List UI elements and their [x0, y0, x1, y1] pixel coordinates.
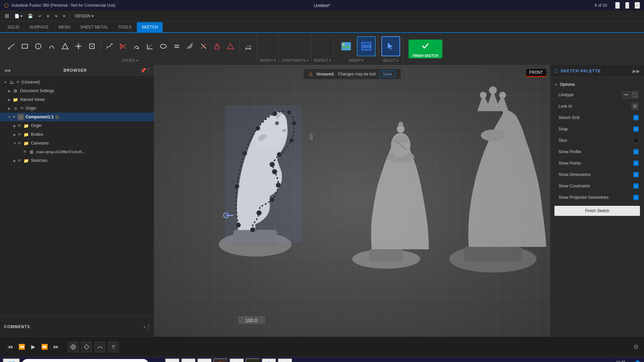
show-projected-checkbox[interactable]: ✓: [633, 195, 639, 200]
polygon-tool[interactable]: [59, 40, 71, 52]
arc-tool[interactable]: [46, 40, 58, 52]
tree-item-origin-comp[interactable]: ▶ 👁 📁 Origin: [0, 121, 154, 130]
taskview-btn[interactable]: [165, 358, 180, 362]
palette-row-slice[interactable]: Slice: [550, 135, 644, 146]
insert-image-btn[interactable]: [337, 36, 356, 56]
palette-row-show-points[interactable]: Show Points ✓: [550, 158, 644, 169]
palette-row-sketch-grid[interactable]: Sketch Grid ✓: [550, 112, 644, 123]
key-select-btn[interactable]: [81, 342, 92, 352]
browser-more-btn[interactable]: ┆: [147, 68, 150, 73]
anim-prev-frame[interactable]: ⏪: [17, 342, 27, 352]
palette-row-look-at[interactable]: Look At: [550, 101, 644, 112]
finish-sketch-palette-btn[interactable]: Finish Sketch: [554, 206, 640, 216]
offset-tool[interactable]: [144, 40, 156, 52]
tab-surface[interactable]: SURFACE: [25, 22, 53, 32]
pattern-tool[interactable]: [184, 40, 196, 52]
new-button[interactable]: 📄 ▾: [12, 12, 24, 20]
clock[interactable]: 10:48 15/08/2021: [604, 360, 628, 362]
save-button[interactable]: 💾: [26, 12, 35, 20]
tree-item-named-views[interactable]: ▶ 📁 Named Views: [0, 95, 154, 104]
undo-button[interactable]: ↩: [36, 12, 44, 20]
taskbar-fusion-app[interactable]: ⬡: [246, 358, 260, 362]
linetype-btn1[interactable]: [623, 91, 630, 99]
taskbar-chrome-app[interactable]: [229, 358, 244, 362]
tree-item-sketches[interactable]: ▶ 👁 📁 Sketches: [0, 156, 154, 165]
ellipse-tool[interactable]: [157, 40, 169, 52]
line-tool[interactable]: [5, 40, 17, 52]
tree-item-bodies[interactable]: ▶ 👁 📁 Bodies: [0, 130, 154, 139]
tree-item-unsaved[interactable]: ▼ 🗂 👁 (Unsaved): [0, 78, 154, 86]
taskbar-winrar-app[interactable]: RAR: [213, 358, 228, 362]
tangent-btn[interactable]: [95, 342, 105, 352]
tree-item-origin-root[interactable]: ▶ ⊕ 👁 Origin: [0, 104, 154, 113]
dimension-tool[interactable]: 123: [242, 40, 254, 52]
extend-tool[interactable]: [130, 40, 143, 52]
hline-tool[interactable]: [72, 40, 85, 52]
design-dropdown[interactable]: DESIGN ▾: [73, 12, 95, 20]
fillet-tool[interactable]: [224, 40, 236, 52]
save-changes-btn[interactable]: Save: [379, 71, 395, 77]
show-constraints-checkbox[interactable]: ✓: [633, 183, 639, 189]
anim-next-frame[interactable]: ⏩: [40, 342, 50, 352]
taskbar-settings-app[interactable]: ⚙: [181, 358, 196, 362]
tab-sketch[interactable]: SKETCH: [137, 22, 163, 32]
tree-item-canvas-file[interactable]: ▶ 👁 🖼 main-qimg-c510f8e471dcd5...: [0, 147, 154, 156]
slice-checkbox[interactable]: [633, 138, 639, 143]
spline-tool[interactable]: [104, 40, 116, 52]
equal-tool[interactable]: [171, 40, 183, 52]
tree-item-component1[interactable]: ▼ 👁 □ Component1:1 ⊙: [0, 113, 154, 121]
finish-sketch-ribbon-btn[interactable]: FINISH SKETCH: [409, 40, 442, 58]
tree-item-doc-settings[interactable]: ▶ ⚙ Document Settings: [0, 86, 154, 95]
palette-section-options[interactable]: ▼ Options: [550, 80, 644, 89]
palette-row-snap[interactable]: Snap ✓: [550, 123, 644, 135]
frame-select-btn[interactable]: [68, 342, 78, 352]
animation-settings-btn[interactable]: ⚙: [633, 343, 639, 351]
insert-svg-btn[interactable]: SVG: [357, 36, 376, 56]
palette-row-show-dimensions[interactable]: Show Dimensions ✓: [550, 169, 644, 180]
notification-button[interactable]: 🔔 2: [631, 358, 641, 362]
mirror-tool[interactable]: [198, 40, 210, 52]
taskbar-files-app[interactable]: 📁: [197, 358, 212, 362]
minimize-button[interactable]: ─: [615, 2, 620, 9]
palette-row-show-constraints[interactable]: Show Constraints ✓: [550, 180, 644, 192]
look-at-btn[interactable]: [631, 103, 639, 110]
filter-btn[interactable]: [108, 342, 119, 352]
show-profile-checkbox[interactable]: ✓: [633, 149, 639, 155]
close-button[interactable]: ✕: [635, 2, 640, 9]
taskbar-chrome2-app[interactable]: [278, 358, 292, 362]
undo-dropdown[interactable]: ▾: [45, 12, 51, 20]
tree-item-canvases[interactable]: ▼ 👁 📁 Canvases: [0, 139, 154, 147]
palette-row-show-projected[interactable]: Show Projected Geometries ✓: [550, 192, 644, 203]
show-dimensions-checkbox[interactable]: ✓: [633, 172, 639, 177]
fix-tool[interactable]: [211, 40, 223, 52]
apps-button[interactable]: ⊞: [3, 12, 11, 20]
anim-skip-end[interactable]: ⏭: [51, 342, 61, 352]
redo-button[interactable]: ↪: [52, 12, 60, 20]
circle-tool[interactable]: [32, 40, 44, 52]
select-btn[interactable]: [381, 36, 400, 56]
browser-pin-btn[interactable]: 📌: [140, 68, 146, 73]
taskbar-app7[interactable]: f: [262, 358, 276, 362]
show-points-checkbox[interactable]: ✓: [633, 161, 639, 166]
cortana-button[interactable]: ○: [150, 358, 164, 362]
tab-mesh[interactable]: MESH: [54, 22, 75, 32]
linetype-btn2[interactable]: [631, 91, 639, 99]
palette-row-show-profile[interactable]: Show Profile ✓: [550, 146, 644, 158]
tab-solid[interactable]: SOLID: [3, 22, 24, 32]
snap-checkbox[interactable]: ✓: [633, 126, 639, 132]
redo-dropdown[interactable]: ▾: [61, 12, 67, 20]
tab-tools[interactable]: TOOLS: [113, 22, 136, 32]
viewport[interactable]: -100 ⚠ Unsaved: Changes may be lost Save…: [154, 65, 550, 337]
palette-expand-btn[interactable]: ▶▶: [633, 68, 640, 74]
anim-skip-start[interactable]: ⏮: [5, 342, 15, 352]
rectangle-tool[interactable]: [19, 40, 31, 52]
comment-more-btn[interactable]: ┆: [147, 324, 150, 329]
anim-play[interactable]: ▶: [28, 342, 38, 352]
sketch-grid-checkbox[interactable]: ✓: [633, 115, 639, 120]
search-bar[interactable]: 🔍 Type here to search: [21, 359, 149, 362]
trim-tool[interactable]: [117, 40, 129, 52]
add-comment-btn[interactable]: +: [143, 324, 146, 329]
point-tool[interactable]: [86, 40, 98, 52]
tab-sheet-metal[interactable]: SHEET METAL: [75, 22, 112, 32]
maximize-button[interactable]: □: [625, 2, 629, 9]
